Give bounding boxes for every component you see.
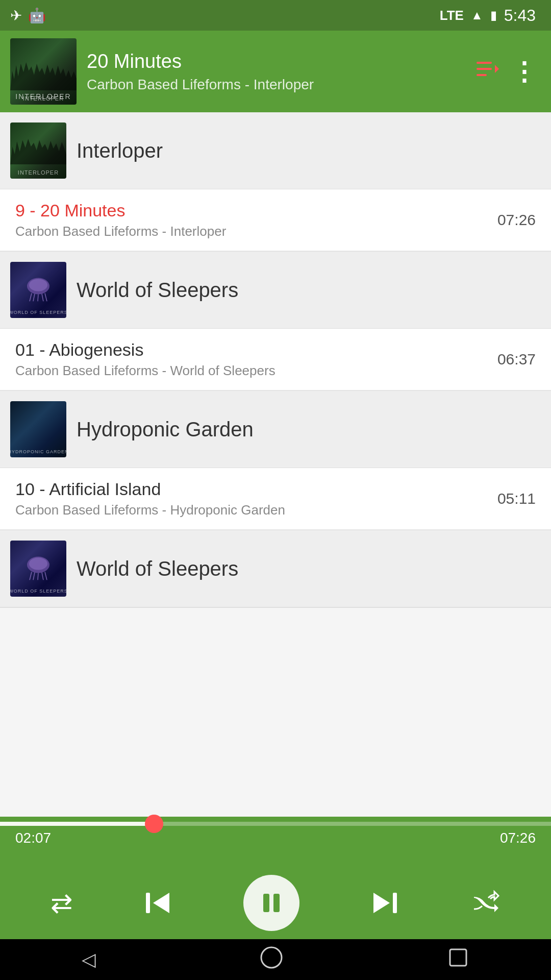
track-sub: Carbon Based Lifeforms - Hydroponic Gard… <box>15 502 487 518</box>
album-art-wos: WORLD OF SLEEPERS <box>10 262 66 318</box>
svg-point-24 <box>261 947 282 968</box>
album-art-interloper: INTERLOPER <box>10 122 66 179</box>
plane-icon: ✈ <box>10 7 22 24</box>
progress-bar[interactable] <box>0 822 551 826</box>
player-bar: 02:07 07:26 ⇄ <box>0 817 551 939</box>
interloper-art-label: INTERLOPER <box>18 169 59 176</box>
album-name-wos: World of Sleepers <box>77 279 238 302</box>
home-button[interactable] <box>259 945 284 975</box>
svg-marker-3 <box>495 65 499 73</box>
svg-rect-18 <box>146 893 150 913</box>
track-info: 01 - Abiogenesis Carbon Based Lifeforms … <box>15 340 487 379</box>
track-info: 10 - Artificial Island Carbon Based Life… <box>15 479 487 518</box>
clock: 5:43 <box>504 6 536 25</box>
prev-button[interactable] <box>143 888 173 918</box>
wos2-art-label: WORLD OF SLEEPERS <box>10 589 66 594</box>
time-row: 02:07 07:26 <box>0 826 551 846</box>
track-sub: Carbon Based Lifeforms - Interloper <box>15 224 487 239</box>
album-name-hydro: Hydroponic Garden <box>77 418 254 441</box>
controls-row: ⇄ <box>0 875 551 931</box>
album-section-hydro: HYDROPONIC GARDEN Hydroponic Garden 10 -… <box>0 391 551 530</box>
battery-icon: ▮ <box>490 8 497 22</box>
back-button[interactable]: ◁ <box>82 949 96 970</box>
header-track-info: 20 Minutes Carbon Based Lifeforms - Inte… <box>87 51 466 93</box>
svg-line-14 <box>33 573 35 580</box>
pause-button[interactable] <box>243 875 299 931</box>
lte-indicator: LTE <box>440 8 464 23</box>
current-time: 02:07 <box>15 830 51 846</box>
playlist-content: INTERLOPER Interloper 9 - 20 Minutes Car… <box>0 112 551 817</box>
track-sub: Carbon Based Lifeforms - World of Sleepe… <box>15 363 487 379</box>
next-button[interactable] <box>369 888 400 918</box>
album-section-wos2: WORLD OF SLEEPERS World of Sleepers <box>0 530 551 608</box>
repeat-button[interactable]: ⇄ <box>51 888 73 918</box>
svg-rect-22 <box>393 893 397 913</box>
header-art-label: INTERLOPER <box>23 95 64 102</box>
svg-line-13 <box>30 572 32 580</box>
status-right: LTE ▲ ▮ 5:43 <box>440 6 536 25</box>
svg-marker-23 <box>373 893 390 913</box>
svg-line-17 <box>45 572 47 580</box>
album-art-wos2: WORLD OF SLEEPERS <box>10 541 66 597</box>
svg-line-7 <box>33 294 35 302</box>
svg-line-16 <box>42 573 43 580</box>
progress-thumb[interactable] <box>145 815 163 833</box>
recents-button[interactable] <box>447 946 469 973</box>
table-row[interactable]: 10 - Artificial Island Carbon Based Life… <box>0 468 551 530</box>
queue-icon[interactable] <box>477 59 499 84</box>
progress-fill <box>0 822 154 826</box>
shuffle-button[interactable] <box>470 888 500 918</box>
svg-rect-21 <box>273 894 280 912</box>
svg-point-12 <box>29 558 47 570</box>
header-album-art[interactable]: INTERLOPER <box>10 38 77 105</box>
album-section-interloper: INTERLOPER Interloper 9 - 20 Minutes Car… <box>0 112 551 252</box>
svg-point-5 <box>29 279 47 291</box>
svg-rect-25 <box>450 949 466 966</box>
album-header-wos2[interactable]: WORLD OF SLEEPERS World of Sleepers <box>0 530 551 607</box>
nav-bar: ◁ <box>0 939 551 980</box>
header-track-sub: Carbon Based Lifeforms - Interloper <box>87 77 466 93</box>
album-header-interloper[interactable]: INTERLOPER Interloper <box>0 112 551 189</box>
track-info: 9 - 20 Minutes Carbon Based Lifeforms - … <box>15 201 487 239</box>
svg-marker-19 <box>153 893 169 913</box>
wos-art-label: WORLD OF SLEEPERS <box>10 310 66 315</box>
signal-icon: ▲ <box>471 8 483 22</box>
track-duration: 07:26 <box>497 211 536 229</box>
now-playing-header: INTERLOPER 20 Minutes Carbon Based Lifef… <box>0 31 551 112</box>
svg-rect-2 <box>477 74 487 76</box>
android-icon: 🤖 <box>28 7 46 24</box>
track-title-active: 9 - 20 Minutes <box>15 201 487 220</box>
album-art-hydro: HYDROPONIC GARDEN <box>10 401 66 457</box>
status-bar: ✈ 🤖 LTE ▲ ▮ 5:43 <box>0 0 551 31</box>
track-title: 10 - Artificial Island <box>15 479 487 499</box>
track-duration: 05:11 <box>497 490 536 507</box>
svg-line-15 <box>38 573 38 580</box>
svg-rect-0 <box>477 62 492 64</box>
track-title: 01 - Abiogenesis <box>15 340 487 360</box>
svg-line-9 <box>42 294 43 302</box>
header-actions: ⋮ <box>477 59 536 84</box>
album-section-wos: WORLD OF SLEEPERS World of Sleepers 01 -… <box>0 252 551 391</box>
album-header-wos[interactable]: WORLD OF SLEEPERS World of Sleepers <box>0 252 551 329</box>
header-track-title: 20 Minutes <box>87 51 466 72</box>
svg-rect-1 <box>477 68 492 70</box>
album-name-wos2: World of Sleepers <box>77 557 238 580</box>
table-row[interactable]: 9 - 20 Minutes Carbon Based Lifeforms - … <box>0 189 551 251</box>
svg-line-10 <box>45 293 47 302</box>
status-bar-left: ✈ 🤖 <box>10 0 46 31</box>
total-time: 07:26 <box>500 830 536 846</box>
table-row[interactable]: 01 - Abiogenesis Carbon Based Lifeforms … <box>0 329 551 390</box>
album-header-hydro[interactable]: HYDROPONIC GARDEN Hydroponic Garden <box>0 391 551 468</box>
hydro-art-label: HYDROPONIC GARDEN <box>10 449 66 454</box>
svg-rect-20 <box>263 894 269 912</box>
track-duration: 06:37 <box>497 351 536 368</box>
more-options-icon[interactable]: ⋮ <box>511 59 536 84</box>
svg-line-8 <box>38 295 38 302</box>
svg-line-6 <box>30 293 32 302</box>
album-name-interloper: Interloper <box>77 139 163 162</box>
